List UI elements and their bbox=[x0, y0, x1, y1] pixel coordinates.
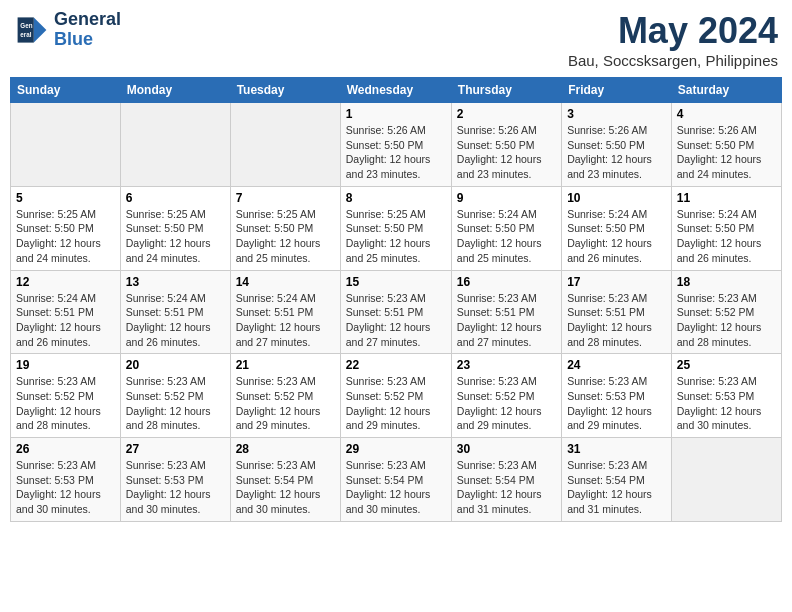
day-number: 24 bbox=[567, 358, 666, 372]
day-info: Sunrise: 5:24 AMSunset: 5:50 PMDaylight:… bbox=[457, 207, 556, 266]
day-info: Sunrise: 5:25 AMSunset: 5:50 PMDaylight:… bbox=[16, 207, 115, 266]
day-number: 14 bbox=[236, 275, 335, 289]
day-number: 11 bbox=[677, 191, 776, 205]
logo-text: GeneralBlue bbox=[54, 10, 121, 50]
day-info: Sunrise: 5:23 AMSunset: 5:54 PMDaylight:… bbox=[346, 458, 446, 517]
calendar-cell: 23Sunrise: 5:23 AMSunset: 5:52 PMDayligh… bbox=[451, 354, 561, 438]
calendar-table: SundayMondayTuesdayWednesdayThursdayFrid… bbox=[10, 77, 782, 522]
day-number: 6 bbox=[126, 191, 225, 205]
calendar-cell: 14Sunrise: 5:24 AMSunset: 5:51 PMDayligh… bbox=[230, 270, 340, 354]
calendar-cell: 15Sunrise: 5:23 AMSunset: 5:51 PMDayligh… bbox=[340, 270, 451, 354]
weekday-header: Thursday bbox=[451, 78, 561, 103]
day-info: Sunrise: 5:23 AMSunset: 5:54 PMDaylight:… bbox=[567, 458, 666, 517]
svg-rect-1 bbox=[18, 17, 34, 42]
day-info: Sunrise: 5:26 AMSunset: 5:50 PMDaylight:… bbox=[346, 123, 446, 182]
day-number: 21 bbox=[236, 358, 335, 372]
calendar-cell: 4Sunrise: 5:26 AMSunset: 5:50 PMDaylight… bbox=[671, 103, 781, 187]
calendar-week-row: 12Sunrise: 5:24 AMSunset: 5:51 PMDayligh… bbox=[11, 270, 782, 354]
weekday-header: Saturday bbox=[671, 78, 781, 103]
day-info: Sunrise: 5:23 AMSunset: 5:52 PMDaylight:… bbox=[457, 374, 556, 433]
calendar-cell: 11Sunrise: 5:24 AMSunset: 5:50 PMDayligh… bbox=[671, 186, 781, 270]
day-number: 16 bbox=[457, 275, 556, 289]
day-info: Sunrise: 5:23 AMSunset: 5:52 PMDaylight:… bbox=[346, 374, 446, 433]
day-number: 31 bbox=[567, 442, 666, 456]
day-info: Sunrise: 5:23 AMSunset: 5:53 PMDaylight:… bbox=[16, 458, 115, 517]
day-number: 30 bbox=[457, 442, 556, 456]
calendar-cell: 25Sunrise: 5:23 AMSunset: 5:53 PMDayligh… bbox=[671, 354, 781, 438]
calendar-cell: 12Sunrise: 5:24 AMSunset: 5:51 PMDayligh… bbox=[11, 270, 121, 354]
day-number: 25 bbox=[677, 358, 776, 372]
weekday-header: Tuesday bbox=[230, 78, 340, 103]
weekday-header: Friday bbox=[562, 78, 672, 103]
calendar-cell bbox=[120, 103, 230, 187]
calendar-cell: 21Sunrise: 5:23 AMSunset: 5:52 PMDayligh… bbox=[230, 354, 340, 438]
page-header: Gen eral GeneralBlue May 2024 Bau, Soccs… bbox=[10, 10, 782, 69]
logo-icon: Gen eral bbox=[14, 12, 50, 48]
day-number: 29 bbox=[346, 442, 446, 456]
day-number: 8 bbox=[346, 191, 446, 205]
day-info: Sunrise: 5:23 AMSunset: 5:52 PMDaylight:… bbox=[16, 374, 115, 433]
calendar-cell: 20Sunrise: 5:23 AMSunset: 5:52 PMDayligh… bbox=[120, 354, 230, 438]
day-number: 9 bbox=[457, 191, 556, 205]
day-info: Sunrise: 5:26 AMSunset: 5:50 PMDaylight:… bbox=[677, 123, 776, 182]
calendar-cell: 5Sunrise: 5:25 AMSunset: 5:50 PMDaylight… bbox=[11, 186, 121, 270]
title-block: May 2024 Bau, Soccsksargen, Philippines bbox=[568, 10, 778, 69]
month-title: May 2024 bbox=[568, 10, 778, 52]
calendar-cell: 10Sunrise: 5:24 AMSunset: 5:50 PMDayligh… bbox=[562, 186, 672, 270]
day-info: Sunrise: 5:23 AMSunset: 5:53 PMDaylight:… bbox=[126, 458, 225, 517]
day-info: Sunrise: 5:23 AMSunset: 5:52 PMDaylight:… bbox=[236, 374, 335, 433]
day-info: Sunrise: 5:26 AMSunset: 5:50 PMDaylight:… bbox=[457, 123, 556, 182]
calendar-week-row: 19Sunrise: 5:23 AMSunset: 5:52 PMDayligh… bbox=[11, 354, 782, 438]
day-number: 28 bbox=[236, 442, 335, 456]
day-number: 19 bbox=[16, 358, 115, 372]
day-info: Sunrise: 5:25 AMSunset: 5:50 PMDaylight:… bbox=[346, 207, 446, 266]
day-number: 7 bbox=[236, 191, 335, 205]
day-number: 5 bbox=[16, 191, 115, 205]
calendar-cell: 7Sunrise: 5:25 AMSunset: 5:50 PMDaylight… bbox=[230, 186, 340, 270]
calendar-cell: 6Sunrise: 5:25 AMSunset: 5:50 PMDaylight… bbox=[120, 186, 230, 270]
day-info: Sunrise: 5:26 AMSunset: 5:50 PMDaylight:… bbox=[567, 123, 666, 182]
calendar-cell bbox=[671, 438, 781, 522]
location-subtitle: Bau, Soccsksargen, Philippines bbox=[568, 52, 778, 69]
calendar-week-row: 26Sunrise: 5:23 AMSunset: 5:53 PMDayligh… bbox=[11, 438, 782, 522]
weekday-header: Wednesday bbox=[340, 78, 451, 103]
day-info: Sunrise: 5:23 AMSunset: 5:53 PMDaylight:… bbox=[677, 374, 776, 433]
day-number: 4 bbox=[677, 107, 776, 121]
day-info: Sunrise: 5:24 AMSunset: 5:51 PMDaylight:… bbox=[16, 291, 115, 350]
day-number: 2 bbox=[457, 107, 556, 121]
day-number: 3 bbox=[567, 107, 666, 121]
calendar-cell: 8Sunrise: 5:25 AMSunset: 5:50 PMDaylight… bbox=[340, 186, 451, 270]
day-number: 26 bbox=[16, 442, 115, 456]
day-info: Sunrise: 5:24 AMSunset: 5:51 PMDaylight:… bbox=[236, 291, 335, 350]
logo: Gen eral GeneralBlue bbox=[14, 10, 121, 50]
day-number: 27 bbox=[126, 442, 225, 456]
calendar-header-row: SundayMondayTuesdayWednesdayThursdayFrid… bbox=[11, 78, 782, 103]
day-info: Sunrise: 5:24 AMSunset: 5:50 PMDaylight:… bbox=[567, 207, 666, 266]
day-info: Sunrise: 5:23 AMSunset: 5:54 PMDaylight:… bbox=[236, 458, 335, 517]
day-number: 13 bbox=[126, 275, 225, 289]
svg-marker-0 bbox=[34, 17, 47, 42]
calendar-cell: 26Sunrise: 5:23 AMSunset: 5:53 PMDayligh… bbox=[11, 438, 121, 522]
day-info: Sunrise: 5:23 AMSunset: 5:52 PMDaylight:… bbox=[126, 374, 225, 433]
svg-text:eral: eral bbox=[20, 31, 31, 38]
calendar-cell: 22Sunrise: 5:23 AMSunset: 5:52 PMDayligh… bbox=[340, 354, 451, 438]
day-info: Sunrise: 5:23 AMSunset: 5:51 PMDaylight:… bbox=[346, 291, 446, 350]
weekday-header: Monday bbox=[120, 78, 230, 103]
day-info: Sunrise: 5:23 AMSunset: 5:52 PMDaylight:… bbox=[677, 291, 776, 350]
calendar-cell: 27Sunrise: 5:23 AMSunset: 5:53 PMDayligh… bbox=[120, 438, 230, 522]
calendar-cell bbox=[11, 103, 121, 187]
calendar-cell: 24Sunrise: 5:23 AMSunset: 5:53 PMDayligh… bbox=[562, 354, 672, 438]
calendar-cell: 16Sunrise: 5:23 AMSunset: 5:51 PMDayligh… bbox=[451, 270, 561, 354]
calendar-week-row: 5Sunrise: 5:25 AMSunset: 5:50 PMDaylight… bbox=[11, 186, 782, 270]
calendar-cell: 18Sunrise: 5:23 AMSunset: 5:52 PMDayligh… bbox=[671, 270, 781, 354]
calendar-cell: 19Sunrise: 5:23 AMSunset: 5:52 PMDayligh… bbox=[11, 354, 121, 438]
calendar-cell bbox=[230, 103, 340, 187]
day-info: Sunrise: 5:25 AMSunset: 5:50 PMDaylight:… bbox=[236, 207, 335, 266]
calendar-week-row: 1Sunrise: 5:26 AMSunset: 5:50 PMDaylight… bbox=[11, 103, 782, 187]
day-number: 10 bbox=[567, 191, 666, 205]
weekday-header: Sunday bbox=[11, 78, 121, 103]
day-number: 22 bbox=[346, 358, 446, 372]
day-number: 20 bbox=[126, 358, 225, 372]
calendar-cell: 17Sunrise: 5:23 AMSunset: 5:51 PMDayligh… bbox=[562, 270, 672, 354]
calendar-cell: 13Sunrise: 5:24 AMSunset: 5:51 PMDayligh… bbox=[120, 270, 230, 354]
